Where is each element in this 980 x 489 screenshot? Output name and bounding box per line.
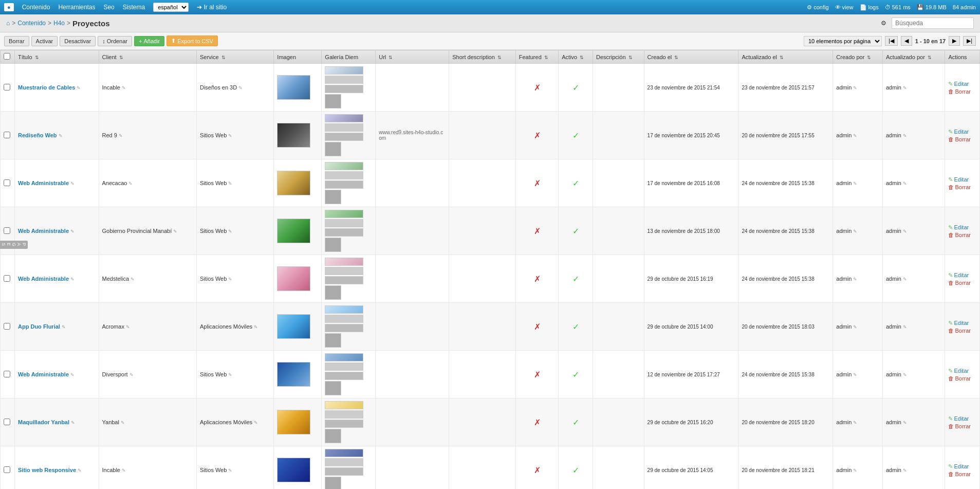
col-titulo[interactable]: Título ⇅ xyxy=(15,50,99,64)
nav-contenido[interactable]: Contenido xyxy=(22,4,50,11)
delete-btn-0[interactable]: Borrar xyxy=(955,88,971,95)
service-edit-icon-6[interactable]: ✎ xyxy=(228,372,232,377)
createdby-icon-3[interactable]: ✎ xyxy=(853,229,857,234)
title-edit-icon-1[interactable]: ✎ xyxy=(59,133,63,138)
service-edit-icon-7[interactable]: ✎ xyxy=(254,420,258,425)
row-checkbox-0[interactable] xyxy=(4,84,10,90)
row-checkbox-3[interactable] xyxy=(4,227,10,234)
config-link[interactable]: ⚙ config xyxy=(807,4,828,11)
language-select[interactable]: español english xyxy=(153,3,189,12)
edit-btn-6[interactable]: Editar xyxy=(954,368,969,374)
nav-seo[interactable]: Seo xyxy=(103,4,114,11)
client-edit-icon-0[interactable]: ✎ xyxy=(122,85,126,90)
col-descripcion[interactable]: Descripción ⇅ xyxy=(593,50,644,64)
updatedby-icon-2[interactable]: ✎ xyxy=(903,181,907,186)
updatedby-icon-6[interactable]: ✎ xyxy=(903,372,907,377)
row-title-4[interactable]: Web Administrable xyxy=(18,276,69,282)
logs-link[interactable]: 📄 logs xyxy=(860,4,879,11)
updatedby-icon-7[interactable]: ✎ xyxy=(903,420,907,425)
createdby-icon-7[interactable]: ✎ xyxy=(853,420,857,425)
row-checkbox-2[interactable] xyxy=(4,179,10,186)
edit-btn-7[interactable]: Editar xyxy=(954,415,969,422)
col-actualizado-por[interactable]: Actualizado por ⇅ xyxy=(882,50,945,64)
select-all-checkbox[interactable] xyxy=(4,53,10,60)
service-edit-icon-4[interactable]: ✎ xyxy=(228,277,232,282)
breadcrumb-h4o[interactable]: H4o xyxy=(53,20,65,27)
client-edit-icon-7[interactable]: ✎ xyxy=(121,420,125,425)
updatedby-icon-4[interactable]: ✎ xyxy=(903,277,907,282)
delete-btn-6[interactable]: Borrar xyxy=(955,375,971,382)
add-button[interactable]: + Añadir xyxy=(134,36,164,46)
col-client[interactable]: Client ⇅ xyxy=(99,50,196,64)
nav-sistema[interactable]: Sistema xyxy=(123,4,145,11)
prev-page-btn[interactable]: ◀ xyxy=(901,36,912,46)
row-title-2[interactable]: Web Administrable xyxy=(18,180,69,186)
createdby-icon-6[interactable]: ✎ xyxy=(853,372,857,377)
delete-button[interactable]: Borrar xyxy=(4,36,29,46)
activate-button[interactable]: Activar xyxy=(31,36,58,46)
edit-btn-5[interactable]: Editar xyxy=(954,320,969,326)
col-creado[interactable]: Creado el ⇅ xyxy=(644,50,738,64)
title-edit-icon-7[interactable]: ✎ xyxy=(71,420,75,425)
service-edit-icon-0[interactable]: ✎ xyxy=(238,85,243,90)
title-edit-icon-8[interactable]: ✎ xyxy=(78,468,82,473)
row-checkbox-1[interactable] xyxy=(4,132,10,138)
delete-btn-4[interactable]: Borrar xyxy=(955,280,971,286)
breadcrumb-contenido[interactable]: Contenido xyxy=(17,20,46,27)
updatedby-icon-5[interactable]: ✎ xyxy=(903,324,907,330)
col-creado-por[interactable]: Creado por ⇅ xyxy=(833,50,883,64)
service-edit-icon-5[interactable]: ✎ xyxy=(254,324,258,330)
title-edit-icon-6[interactable]: ✎ xyxy=(70,372,75,377)
row-title-6[interactable]: Web Administrable xyxy=(18,371,69,377)
client-edit-icon-3[interactable]: ✎ xyxy=(173,229,177,234)
client-edit-icon-1[interactable]: ✎ xyxy=(119,133,123,138)
updatedby-icon-0[interactable]: ✎ xyxy=(903,85,907,90)
row-checkbox-8[interactable] xyxy=(4,466,10,473)
row-title-7[interactable]: Maquillador Yanbal xyxy=(18,419,69,425)
first-page-btn[interactable]: |◀ xyxy=(885,36,898,46)
service-edit-icon-3[interactable]: ✎ xyxy=(228,229,232,234)
col-url[interactable]: Url ⇅ xyxy=(376,50,449,64)
settings-icon[interactable]: ⚙ xyxy=(879,19,887,27)
edit-btn-0[interactable]: Editar xyxy=(954,81,969,87)
next-page-btn[interactable]: ▶ xyxy=(949,36,960,46)
edit-btn-3[interactable]: Editar xyxy=(954,224,969,230)
delete-btn-5[interactable]: Borrar xyxy=(955,328,971,334)
title-edit-icon-3[interactable]: ✎ xyxy=(70,229,75,234)
createdby-icon-1[interactable]: ✎ xyxy=(853,133,857,138)
client-edit-icon-6[interactable]: ✎ xyxy=(130,372,134,377)
col-actualizado[interactable]: Actualizado el ⇅ xyxy=(738,50,833,64)
delete-btn-3[interactable]: Borrar xyxy=(955,232,971,238)
updatedby-icon-3[interactable]: ✎ xyxy=(903,229,907,234)
edit-btn-2[interactable]: Editar xyxy=(954,176,969,183)
nav-herramientas[interactable]: Herramientas xyxy=(58,4,95,11)
client-edit-icon-2[interactable]: ✎ xyxy=(128,181,133,186)
service-edit-icon-1[interactable]: ✎ xyxy=(228,133,232,138)
edit-btn-8[interactable]: Editar xyxy=(954,463,969,469)
createdby-icon-8[interactable]: ✎ xyxy=(853,468,857,473)
delete-btn-1[interactable]: Borrar xyxy=(955,136,971,142)
col-activo[interactable]: Activo ⇅ xyxy=(559,50,593,64)
updatedby-icon-8[interactable]: ✎ xyxy=(903,468,907,473)
edit-btn-4[interactable]: Editar xyxy=(954,272,969,278)
col-featured[interactable]: Featured ⇅ xyxy=(515,50,559,64)
col-service[interactable]: Service ⇅ xyxy=(196,50,273,64)
row-title-0[interactable]: Muestrario de Cables xyxy=(18,84,75,90)
row-title-3[interactable]: Web Administrable xyxy=(18,228,69,234)
delete-btn-2[interactable]: Borrar xyxy=(955,184,971,190)
service-edit-icon-2[interactable]: ✎ xyxy=(228,181,232,186)
home-link[interactable]: ⌂ xyxy=(6,20,10,27)
col-short-desc[interactable]: Short description ⇅ xyxy=(449,50,515,64)
title-edit-icon-5[interactable]: ✎ xyxy=(62,324,66,330)
delete-btn-8[interactable]: Borrar xyxy=(955,471,971,477)
createdby-icon-2[interactable]: ✎ xyxy=(853,181,857,186)
last-page-btn[interactable]: ▶| xyxy=(963,36,976,46)
view-link[interactable]: 👁 view xyxy=(835,4,854,10)
delete-btn-7[interactable]: Borrar xyxy=(955,423,971,429)
createdby-icon-4[interactable]: ✎ xyxy=(853,277,857,282)
per-page-select[interactable]: 5 elementos por página 10 elementos por … xyxy=(804,36,882,46)
row-checkbox-7[interactable] xyxy=(4,419,10,425)
title-edit-icon-0[interactable]: ✎ xyxy=(77,85,81,90)
title-edit-icon-4[interactable]: ✎ xyxy=(70,277,75,282)
row-title-1[interactable]: Rediseño Web xyxy=(18,132,57,138)
